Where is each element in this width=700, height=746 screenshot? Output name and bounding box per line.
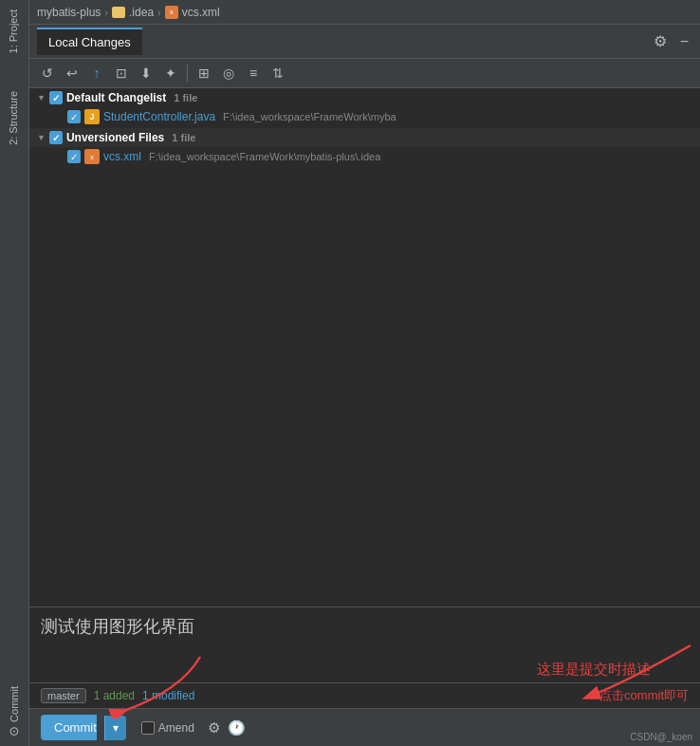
unversioned-name: Unversioned Files (66, 131, 164, 144)
tab-bar-actions: ⚙ − (650, 30, 692, 52)
refresh-icon[interactable]: ↺ (37, 63, 58, 84)
branch-label: master (41, 688, 86, 703)
list-icon[interactable]: ≡ (243, 63, 264, 84)
amend-history-icon[interactable]: 🕐 (228, 719, 246, 737)
comment-area: 测试使用图形化界面 这里是提交时描述 (29, 607, 700, 682)
tab-local-changes-label: Local Changes (48, 35, 131, 49)
amend-checkbox-box[interactable] (141, 721, 155, 735)
file-row-student[interactable]: ✓ J StudentController.java F:\idea_works… (29, 107, 700, 126)
status-added: 1 added (94, 689, 135, 702)
file-name-student: StudentController.java (103, 110, 215, 123)
minimize-icon[interactable]: − (676, 31, 692, 52)
checkbox-unversioned[interactable]: ✓ (49, 131, 63, 144)
xml-icon: x (165, 6, 178, 19)
triangle-icon-default: ▼ (37, 93, 46, 103)
breadcrumb-file[interactable]: vcs.xml (182, 6, 220, 19)
breadcrumb-sep-1: › (104, 7, 108, 18)
status-modified: 1 modified (142, 689, 194, 702)
unversioned-count: 1 file (172, 132, 195, 143)
tab-bar: Local Changes ⚙ − (29, 25, 700, 59)
file-path-vcs: F:\idea_workspace\FrameWork\mybatis-plus… (149, 151, 380, 162)
settings-icon[interactable]: ⚙ (650, 30, 671, 52)
main-panel: mybatis-plus › .idea › x vcs.xml Local C… (28, 0, 700, 746)
vtab-structure-label: 2: Structure (8, 91, 19, 145)
eye-icon[interactable]: ◎ (218, 63, 239, 84)
file-path-student: F:\idea_workspace\FrameWork\myba (223, 111, 396, 122)
vtab-structure[interactable]: 2: Structure (3, 82, 26, 155)
vtab-commit[interactable]: ⊙ Commit (2, 677, 28, 746)
move-icon[interactable]: ✦ (160, 63, 181, 84)
status-bar: master 1 added 1 modified 点击commit即可 (29, 682, 700, 708)
commit-hint: 点击commit即可 (599, 687, 689, 704)
checkbox-vcs[interactable]: ✓ (67, 150, 81, 163)
watermark: CSDN@_koen (630, 732, 692, 742)
amend-option[interactable]: Amend (141, 721, 194, 735)
breadcrumb-project[interactable]: mybatis-plus (37, 6, 101, 19)
changelist-name: Default Changelist (66, 91, 166, 104)
commit-button-label: Commit (54, 720, 97, 735)
move-up-icon[interactable]: ↑ (86, 63, 107, 84)
checkbox-default-changelist[interactable]: ✓ (49, 91, 63, 104)
commit-dropdown-button[interactable]: ▾ (104, 716, 126, 740)
toolbar: ↺ ↩ ↑ ⊡ ⬇ ✦ ⊞ ◎ ≡ ⇅ (29, 59, 700, 88)
triangle-icon-unversioned: ▼ (37, 133, 46, 142)
vertical-tab-bar: 1: Project 2: Structure ⊙ Commit (0, 0, 28, 746)
amend-settings-icon[interactable]: ⚙ (208, 719, 220, 737)
commit-button[interactable]: Commit (41, 715, 97, 740)
vtab-commit-label: Commit (8, 686, 19, 722)
amend-label: Amend (158, 721, 194, 735)
file-tree: ▼ ✓ Default Changelist 1 file ✓ J Studen… (29, 88, 700, 606)
file-name-vcs: vcs.xml (103, 150, 141, 163)
dropdown-icon: ▾ (113, 721, 119, 735)
java-file-icon: J (84, 109, 100, 124)
changelist-group-default[interactable]: ▼ ✓ Default Changelist 1 file (29, 88, 700, 107)
vtab-project[interactable]: 1: Project (3, 0, 26, 63)
group-icon[interactable]: ⊞ (193, 63, 214, 84)
unversioned-group[interactable]: ▼ ✓ Unversioned Files 1 file (29, 128, 700, 147)
breadcrumb: mybatis-plus › .idea › x vcs.xml (29, 0, 700, 25)
rollback-icon[interactable]: ↩ (62, 63, 83, 84)
toolbar-separator (187, 65, 188, 82)
folder-icon (112, 7, 125, 18)
diff-icon[interactable]: ⊡ (111, 63, 132, 84)
sort-icon[interactable]: ⇅ (267, 63, 288, 84)
comment-hint-text: 这里是提交时描述 (537, 661, 651, 677)
tab-local-changes[interactable]: Local Changes (37, 28, 142, 55)
vtab-project-label: 1: Project (8, 9, 19, 53)
breadcrumb-folder[interactable]: .idea (129, 6, 154, 19)
comment-text[interactable]: 测试使用图形化界面 (41, 615, 689, 653)
xml-file-icon: x (84, 149, 100, 164)
breadcrumb-sep-2: › (157, 7, 161, 18)
comment-main-text: 测试使用图形化界面 (41, 617, 194, 636)
changelist-count: 1 file (174, 92, 197, 103)
file-row-vcs[interactable]: ✓ x vcs.xml F:\idea_workspace\FrameWork\… (29, 147, 700, 166)
download-icon[interactable]: ⬇ (136, 63, 157, 84)
checkbox-student[interactable]: ✓ (67, 110, 81, 123)
action-bar: Commit ▾ Amend ⚙ 🕐 (29, 708, 700, 746)
